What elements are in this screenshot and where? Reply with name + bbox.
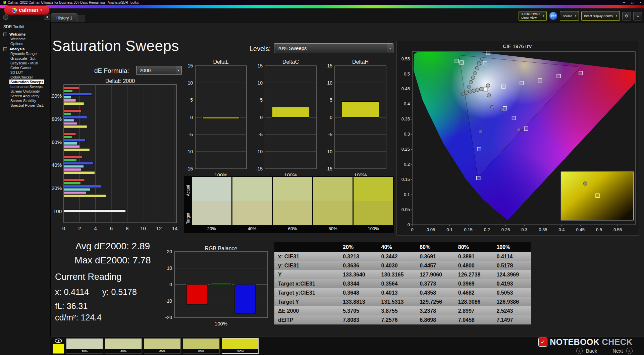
table-cell: 131.5313 [378, 297, 416, 306]
thumbnail-80%[interactable]: 80% [183, 338, 220, 354]
table-cell: 0.3213 [339, 252, 378, 261]
levels-dropdown[interactable]: 20% Sweeps ▾ [274, 43, 393, 53]
swatch-axis-labels: Actual Target [185, 177, 191, 232]
sidebar-item-grayscale-2pt[interactable]: Grayscale - 2pt [0, 56, 50, 61]
next-button[interactable]: Next [612, 348, 623, 354]
svg-text:-5: -5 [189, 132, 193, 137]
thumbnail-60%[interactable]: 60% [144, 338, 181, 354]
svg-text:0.2: 0.2 [484, 227, 490, 232]
thumbnail-label: 40% [105, 349, 142, 353]
sidebar-item-label: Screen Uniformity [9, 89, 41, 94]
sidebar-item-label: Saturation Sweeps [9, 80, 44, 84]
svg-text:6: 6 [110, 225, 113, 231]
svg-text:-15: -15 [256, 166, 263, 171]
sidebar-item-screen-angularity[interactable]: Screen Angularity [0, 94, 50, 98]
swatch-label: 100% [354, 225, 393, 232]
sidebar-menu-button[interactable] [3, 14, 8, 20]
sidebar-item-colorchecker[interactable]: ColorChecker [0, 75, 50, 80]
maximize-button[interactable]: □ [631, 1, 633, 4]
display-control-button[interactable]: Direct Display Control ▾ [581, 11, 620, 21]
table-cell: 129.7256 [416, 297, 454, 306]
source-button[interactable]: Source ▾ [560, 11, 579, 21]
svg-text:0.3: 0.3 [404, 132, 410, 137]
swatch-label: 40% [232, 225, 272, 232]
sidebar-item-welcome[interactable]: -Welcome [0, 32, 50, 37]
deltah-chart: 151050-5-10-15100% [321, 63, 390, 182]
new-tab-stub[interactable] [78, 15, 85, 22]
back-arrow-icon[interactable]: « [576, 348, 583, 354]
swatch-60%[interactable]: 60% [273, 177, 312, 232]
table-row-label: ΔE 2000 [274, 306, 339, 315]
table-cell: 126.9386 [493, 297, 531, 306]
sidebar-item-dynamic-range[interactable]: Dynamic Range [0, 51, 50, 56]
target-label: Target [185, 205, 191, 233]
current-y: y: 0.5178 [102, 287, 137, 297]
thumbnail-label: 80% [183, 349, 219, 353]
meter-count-badge[interactable]: 237 [549, 12, 557, 20]
svg-text:-15: -15 [186, 166, 193, 171]
collapse-toggle-icon[interactable]: - [3, 47, 7, 51]
window-controls: ─ □ × [623, 1, 641, 4]
sidebar-item-welcome[interactable]: Welcome [0, 37, 50, 41]
swatch-20%[interactable]: 20% [192, 177, 231, 232]
sidebar-item-3d-lut[interactable]: 3D LUT [0, 70, 50, 75]
sidebar-item-luminance-sweeps[interactable]: Luminance Sweeps [0, 84, 50, 89]
next-arrow-icon[interactable]: » [626, 348, 633, 354]
sidebar-item-saturation-sweeps[interactable]: Saturation Sweeps [0, 80, 50, 84]
thumbnail-20%[interactable]: 20% [66, 338, 103, 354]
table-cell: 133.3640 [339, 270, 378, 279]
swatch-label: 80% [313, 225, 353, 232]
svg-text:0.5: 0.5 [596, 227, 602, 232]
table-row-label: Target y:CIE31 [274, 288, 339, 297]
svg-text:-15: -15 [326, 166, 332, 171]
avg-de2000: Avg dE2000: 2.89 [66, 241, 160, 252]
thumbnail-40%[interactable]: 40% [105, 338, 142, 354]
expand-chevrons-icon[interactable]: » [633, 12, 642, 20]
preview-column[interactable] [53, 339, 64, 354]
sidebar-item-spectral-power-dist-[interactable]: Spectral Power Dist. [0, 103, 50, 108]
sidebar-item-options[interactable]: Options [0, 41, 50, 46]
gear-icon[interactable]: ⚙ [622, 12, 631, 20]
collapse-toggle-icon[interactable]: - [3, 33, 7, 36]
svg-text:0.5: 0.5 [404, 71, 410, 77]
sidebar-item-screen-uniformity[interactable]: Screen Uniformity [0, 89, 50, 94]
sidebar-item-analysis[interactable]: -Analysis [0, 47, 50, 51]
swatch-80%[interactable]: 80% [313, 177, 353, 232]
thumbnail-swatch [222, 339, 258, 349]
table-cell: 0.4013 [378, 288, 416, 297]
swatch-actual-color [313, 177, 353, 201]
svg-text:0: 0 [169, 282, 172, 287]
svg-text:0.1: 0.1 [446, 227, 452, 232]
thumbnail-100%[interactable]: 100% [222, 338, 259, 354]
close-button[interactable]: × [639, 1, 641, 4]
sidebar-item-grayscale-multi[interactable]: Grayscale - Multi [0, 61, 50, 65]
table-cell: 0.4682 [454, 288, 493, 297]
svg-text:10: 10 [167, 265, 172, 271]
top-controls: X-Rite i1Pro 2 Direct View ▾ 237 Source … [519, 11, 642, 21]
deltac-chart: 151050-5-10-15100% [251, 63, 320, 182]
back-button[interactable]: Back [586, 348, 597, 354]
svg-text:20: 20 [167, 249, 172, 254]
svg-text:0.2: 0.2 [404, 162, 410, 167]
sidebar-item-label: ColorChecker [9, 75, 34, 80]
tab-bar: ◀ History 1 X-Rite i1Pro 2 Direct View ▾… [0, 8, 644, 22]
de-formula-dropdown[interactable]: 2000 ▾ [136, 66, 182, 75]
page-title: Saturation Sweeps [52, 38, 179, 54]
de-formula-label: dE Formula: [94, 67, 129, 74]
svg-text:100%: 100% [49, 93, 62, 99]
sidebar-item-color-gamut[interactable]: Color Gamut [0, 65, 50, 70]
sidebar-item-label: Screen Angularity [9, 94, 40, 98]
sidebar-item-screen-stability[interactable]: Screen Stability [0, 98, 50, 103]
tab-history-1[interactable]: History 1 [51, 13, 77, 22]
calman-logo-button[interactable]: calman ▾ [4, 5, 50, 15]
minimize-button[interactable]: ─ [623, 1, 625, 4]
table-cell: 0.4193 [493, 279, 531, 288]
svg-text:0.25: 0.25 [501, 227, 510, 232]
chevron-down-icon: ▾ [543, 14, 544, 17]
swatch-target-color [192, 201, 231, 225]
table-cell: 7.2576 [378, 315, 416, 324]
swatch-40%[interactable]: 40% [232, 177, 272, 232]
swatch-100%[interactable]: 100% [354, 177, 393, 232]
meter-button[interactable]: X-Rite i1Pro 2 Direct View ▾ [519, 11, 547, 21]
svg-text:15: 15 [257, 63, 263, 68]
